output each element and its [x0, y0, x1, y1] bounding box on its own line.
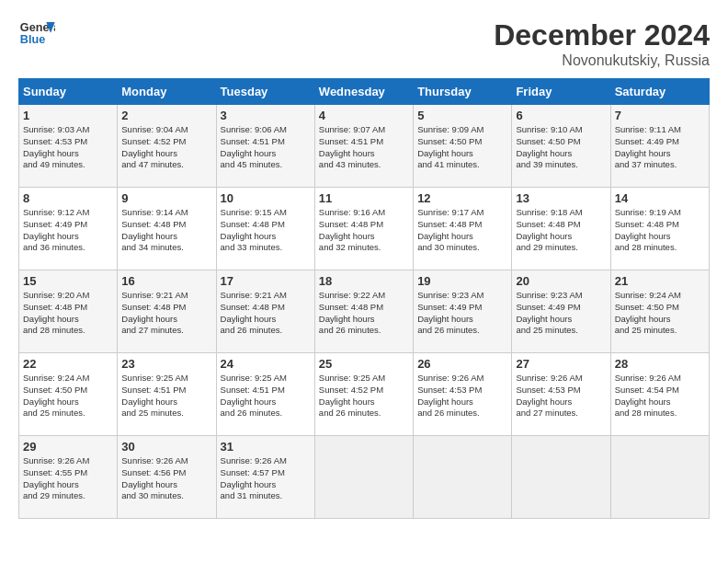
- calendar-row: 15 Sunrise: 9:20 AM Sunset: 4:48 PM Dayl…: [19, 270, 710, 353]
- header-row: Sunday Monday Tuesday Wednesday Thursday…: [19, 79, 710, 105]
- calendar-cell: 2 Sunrise: 9:04 AM Sunset: 4:52 PM Dayli…: [118, 105, 216, 188]
- calendar-cell: [314, 436, 413, 519]
- location: Novonukutskiy, Russia: [494, 52, 710, 69]
- day-number: 5: [417, 109, 507, 122]
- day-number: 24: [221, 357, 311, 371]
- cell-info: Sunrise: 9:22 AM Sunset: 4:48 PM Dayligh…: [319, 290, 409, 337]
- cell-info: Sunrise: 9:19 AM Sunset: 4:48 PM Dayligh…: [615, 207, 705, 254]
- cell-info: Sunrise: 9:17 AM Sunset: 4:48 PM Dayligh…: [417, 207, 507, 254]
- day-number: 15: [23, 274, 113, 288]
- day-number: 1: [23, 109, 113, 122]
- day-number: 13: [516, 191, 606, 205]
- main-title: December 2024: [494, 18, 710, 52]
- day-number: 2: [121, 109, 211, 122]
- svg-text:Blue: Blue: [20, 33, 45, 46]
- col-thursday: Thursday: [414, 79, 512, 105]
- cell-info: Sunrise: 9:26 AM Sunset: 4:57 PM Dayligh…: [221, 455, 311, 502]
- day-number: 26: [417, 357, 507, 371]
- calendar-cell: 23 Sunrise: 9:25 AM Sunset: 4:51 PM Dayl…: [118, 353, 216, 436]
- calendar-cell: 10 Sunrise: 9:15 AM Sunset: 4:48 PM Dayl…: [216, 188, 314, 270]
- day-number: 12: [417, 191, 507, 205]
- logo: General Blue: [18, 18, 55, 46]
- calendar-cell: [610, 436, 709, 519]
- day-number: 27: [516, 357, 606, 371]
- cell-info: Sunrise: 9:14 AM Sunset: 4:48 PM Dayligh…: [121, 207, 211, 254]
- calendar-table: Sunday Monday Tuesday Wednesday Thursday…: [18, 78, 710, 519]
- day-number: 10: [221, 191, 311, 205]
- day-number: 20: [516, 274, 606, 288]
- calendar-cell: 22 Sunrise: 9:24 AM Sunset: 4:50 PM Dayl…: [19, 353, 118, 436]
- col-friday: Friday: [512, 79, 610, 105]
- page-header: General Blue December 2024 Novonukutskiy…: [18, 18, 710, 69]
- calendar-cell: 16 Sunrise: 9:21 AM Sunset: 4:48 PM Dayl…: [118, 270, 216, 353]
- calendar-row: 8 Sunrise: 9:12 AM Sunset: 4:49 PM Dayli…: [19, 188, 710, 270]
- calendar-cell: 18 Sunrise: 9:22 AM Sunset: 4:48 PM Dayl…: [314, 270, 413, 353]
- day-number: 31: [221, 440, 311, 454]
- calendar-cell: 3 Sunrise: 9:06 AM Sunset: 4:51 PM Dayli…: [216, 105, 314, 188]
- cell-info: Sunrise: 9:03 AM Sunset: 4:53 PM Dayligh…: [23, 124, 113, 171]
- calendar-cell: 25 Sunrise: 9:25 AM Sunset: 4:52 PM Dayl…: [314, 353, 413, 436]
- calendar-cell: 11 Sunrise: 9:16 AM Sunset: 4:48 PM Dayl…: [314, 188, 413, 270]
- calendar-cell: 9 Sunrise: 9:14 AM Sunset: 4:48 PM Dayli…: [118, 188, 216, 270]
- day-number: 23: [121, 357, 211, 371]
- calendar-body: 1 Sunrise: 9:03 AM Sunset: 4:53 PM Dayli…: [19, 105, 710, 519]
- cell-info: Sunrise: 9:10 AM Sunset: 4:50 PM Dayligh…: [516, 124, 606, 171]
- day-number: 16: [121, 274, 211, 288]
- cell-info: Sunrise: 9:04 AM Sunset: 4:52 PM Dayligh…: [121, 124, 211, 171]
- cell-info: Sunrise: 9:24 AM Sunset: 4:50 PM Dayligh…: [615, 290, 705, 337]
- day-number: 18: [319, 274, 409, 288]
- cell-info: Sunrise: 9:26 AM Sunset: 4:54 PM Dayligh…: [615, 373, 705, 419]
- calendar-cell: 26 Sunrise: 9:26 AM Sunset: 4:53 PM Dayl…: [414, 353, 512, 436]
- day-number: 21: [615, 274, 705, 288]
- day-number: 22: [23, 357, 113, 371]
- calendar-cell: 5 Sunrise: 9:09 AM Sunset: 4:50 PM Dayli…: [414, 105, 512, 188]
- day-number: 28: [615, 357, 705, 371]
- calendar-cell: 15 Sunrise: 9:20 AM Sunset: 4:48 PM Dayl…: [19, 270, 118, 353]
- day-number: 9: [121, 191, 211, 205]
- cell-info: Sunrise: 9:06 AM Sunset: 4:51 PM Dayligh…: [221, 124, 311, 171]
- cell-info: Sunrise: 9:26 AM Sunset: 4:53 PM Dayligh…: [417, 373, 507, 419]
- col-monday: Monday: [118, 79, 216, 105]
- cell-info: Sunrise: 9:25 AM Sunset: 4:51 PM Dayligh…: [221, 373, 311, 419]
- day-number: 4: [319, 109, 409, 122]
- cell-info: Sunrise: 9:24 AM Sunset: 4:50 PM Dayligh…: [23, 373, 113, 419]
- calendar-cell: 14 Sunrise: 9:19 AM Sunset: 4:48 PM Dayl…: [610, 188, 709, 270]
- day-number: 29: [23, 440, 113, 454]
- day-number: 30: [121, 440, 211, 454]
- title-area: December 2024 Novonukutskiy, Russia: [494, 18, 710, 69]
- cell-info: Sunrise: 9:09 AM Sunset: 4:50 PM Dayligh…: [417, 124, 507, 171]
- cell-info: Sunrise: 9:11 AM Sunset: 4:49 PM Dayligh…: [615, 124, 705, 171]
- cell-info: Sunrise: 9:26 AM Sunset: 4:53 PM Dayligh…: [516, 373, 606, 419]
- cell-info: Sunrise: 9:25 AM Sunset: 4:52 PM Dayligh…: [319, 373, 409, 419]
- day-number: 11: [319, 191, 409, 205]
- col-sunday: Sunday: [19, 79, 118, 105]
- calendar-cell: 12 Sunrise: 9:17 AM Sunset: 4:48 PM Dayl…: [414, 188, 512, 270]
- calendar-cell: 8 Sunrise: 9:12 AM Sunset: 4:49 PM Dayli…: [19, 188, 118, 270]
- cell-info: Sunrise: 9:20 AM Sunset: 4:48 PM Dayligh…: [23, 290, 113, 337]
- col-tuesday: Tuesday: [216, 79, 314, 105]
- day-number: 3: [221, 109, 311, 122]
- calendar-cell: 30 Sunrise: 9:26 AM Sunset: 4:56 PM Dayl…: [118, 436, 216, 519]
- col-wednesday: Wednesday: [314, 79, 413, 105]
- cell-info: Sunrise: 9:15 AM Sunset: 4:48 PM Dayligh…: [221, 207, 311, 254]
- cell-info: Sunrise: 9:26 AM Sunset: 4:55 PM Dayligh…: [23, 455, 113, 502]
- calendar-cell: [512, 436, 610, 519]
- logo-icon: General Blue: [18, 18, 55, 46]
- cell-info: Sunrise: 9:16 AM Sunset: 4:48 PM Dayligh…: [319, 207, 409, 254]
- calendar-cell: 19 Sunrise: 9:23 AM Sunset: 4:49 PM Dayl…: [414, 270, 512, 353]
- col-saturday: Saturday: [610, 79, 709, 105]
- calendar-cell: 20 Sunrise: 9:23 AM Sunset: 4:49 PM Dayl…: [512, 270, 610, 353]
- calendar-cell: 27 Sunrise: 9:26 AM Sunset: 4:53 PM Dayl…: [512, 353, 610, 436]
- cell-info: Sunrise: 9:21 AM Sunset: 4:48 PM Dayligh…: [121, 290, 211, 337]
- day-number: 6: [516, 109, 606, 122]
- calendar-row: 29 Sunrise: 9:26 AM Sunset: 4:55 PM Dayl…: [19, 436, 710, 519]
- calendar-cell: 7 Sunrise: 9:11 AM Sunset: 4:49 PM Dayli…: [610, 105, 709, 188]
- day-number: 17: [221, 274, 311, 288]
- cell-info: Sunrise: 9:25 AM Sunset: 4:51 PM Dayligh…: [121, 373, 211, 419]
- calendar-cell: 1 Sunrise: 9:03 AM Sunset: 4:53 PM Dayli…: [19, 105, 118, 188]
- calendar-cell: 13 Sunrise: 9:18 AM Sunset: 4:48 PM Dayl…: [512, 188, 610, 270]
- calendar-cell: 6 Sunrise: 9:10 AM Sunset: 4:50 PM Dayli…: [512, 105, 610, 188]
- calendar-cell: 4 Sunrise: 9:07 AM Sunset: 4:51 PM Dayli…: [314, 105, 413, 188]
- cell-info: Sunrise: 9:23 AM Sunset: 4:49 PM Dayligh…: [516, 290, 606, 337]
- cell-info: Sunrise: 9:21 AM Sunset: 4:48 PM Dayligh…: [221, 290, 311, 337]
